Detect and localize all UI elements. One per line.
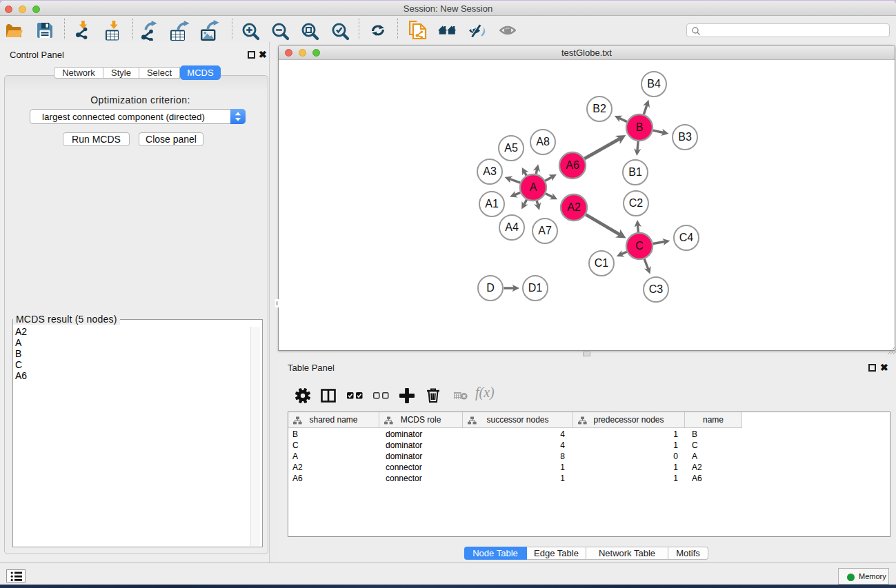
svg-text:B: B (636, 121, 644, 133)
svg-text:A8: A8 (536, 136, 550, 148)
svg-text:D1: D1 (528, 282, 543, 294)
svg-text:C: C (635, 240, 644, 252)
svg-text:A5: A5 (504, 142, 518, 154)
svg-text:A1: A1 (485, 198, 499, 210)
svg-text:C3: C3 (649, 283, 664, 295)
svg-text:B3: B3 (678, 131, 692, 143)
svg-text:C1: C1 (595, 257, 609, 269)
svg-text:A7: A7 (538, 225, 552, 236)
svg-text:B4: B4 (647, 78, 661, 90)
svg-text:A: A (530, 181, 537, 193)
svg-text:A4: A4 (505, 221, 519, 233)
svg-text:A3: A3 (483, 165, 497, 177)
svg-text:A6: A6 (566, 159, 579, 171)
svg-text:C4: C4 (679, 232, 694, 243)
svg-text:B1: B1 (628, 166, 642, 178)
svg-text:A2: A2 (567, 201, 581, 213)
svg-text:D: D (486, 282, 495, 294)
svg-text:C2: C2 (629, 197, 644, 209)
svg-text:B2: B2 (593, 103, 606, 114)
